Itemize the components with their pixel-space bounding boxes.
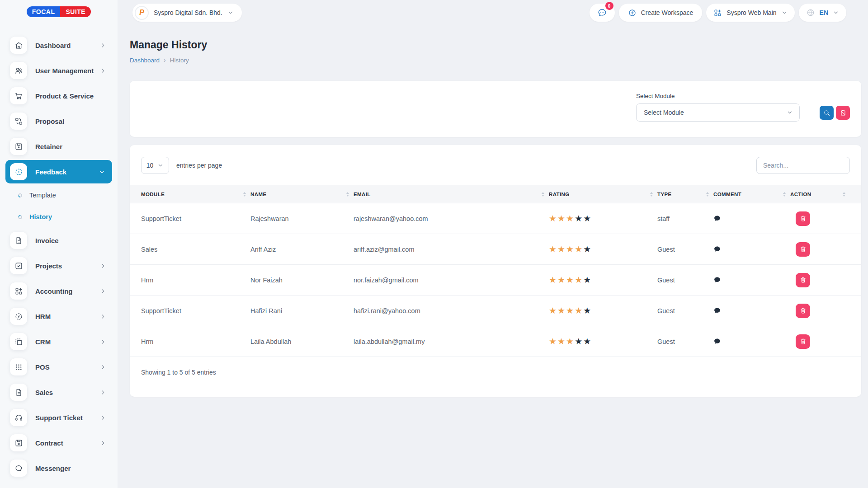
sidebar-item-label: Support Ticket <box>35 414 100 422</box>
search-icon <box>823 109 830 117</box>
breadcrumb-current: History <box>170 57 189 64</box>
column-header-rating[interactable]: Rating <box>549 192 657 197</box>
sidebar-item-support-ticket[interactable]: Support Ticket <box>0 405 118 430</box>
check-square-icon <box>10 257 27 274</box>
sidebar-item-label: Contract <box>35 439 100 447</box>
filter-card: Select Module Select Module <box>130 81 861 137</box>
rating-stars: ★★★★★ <box>549 276 657 284</box>
sidebar-item-pos[interactable]: POS <box>0 354 118 380</box>
breadcrumb-dashboard-link[interactable]: Dashboard <box>130 57 160 64</box>
comment-icon[interactable] <box>713 307 790 314</box>
search-button[interactable] <box>820 106 834 120</box>
sort-icon <box>243 192 246 197</box>
cell-module: Hrm <box>141 277 250 284</box>
messages-button[interactable]: 0 <box>590 4 615 22</box>
sidebar-item-product-service[interactable]: Product & Service <box>0 83 118 108</box>
sidebar-item-label: Feedback <box>35 168 99 176</box>
sidebar-subitem-template[interactable]: Template <box>0 184 118 206</box>
table-row: SupportTicket Rajeshwaran rajeshwaran@ya… <box>130 203 861 234</box>
table-row: Hrm Laila Abdullah laila.abdullah@gmail.… <box>130 326 861 357</box>
language-selector[interactable]: EN <box>799 4 846 22</box>
sidebar-subitem-label: History <box>29 213 52 221</box>
chat-dots-icon <box>597 8 607 18</box>
column-header-type[interactable]: Type <box>657 192 713 197</box>
cell-type: Guest <box>657 246 713 253</box>
chevron-right-icon <box>100 440 106 446</box>
delete-button[interactable] <box>796 304 810 318</box>
sidebar-item-label: Dashboard <box>35 42 100 49</box>
sidebar-item-accounting[interactable]: Accounting <box>0 278 118 304</box>
column-header-email[interactable]: Email <box>354 192 549 197</box>
cell-name: Rajeshwaran <box>250 215 354 222</box>
cell-email: laila.abdullah@gmail.my <box>354 338 549 345</box>
table-controls: 10 entries per page <box>130 145 861 185</box>
cell-module: Sales <box>141 246 250 253</box>
column-header-name[interactable]: Name <box>250 192 354 197</box>
dots-grid-icon <box>10 358 27 375</box>
column-header-action[interactable]: Action <box>790 192 850 197</box>
logo-focal: FOCAL <box>27 6 61 17</box>
breadcrumb: Dashboard › History <box>130 56 861 64</box>
sidebar-subitem-history[interactable]: History <box>0 206 118 228</box>
cell-module: SupportTicket <box>141 307 250 314</box>
create-workspace-button[interactable]: Create Workspace <box>619 4 703 22</box>
table-search-input[interactable] <box>756 157 850 174</box>
sidebar-item-sales[interactable]: Sales <box>0 380 118 405</box>
sidebar-subitem-label: Template <box>29 192 56 199</box>
sidebar-item-label: User Management <box>35 67 100 75</box>
cell-name: Hafizi Rani <box>250 307 354 314</box>
column-header-module[interactable]: Module <box>141 192 250 197</box>
sidebar-item-label: Proposal <box>35 117 106 125</box>
page-size-select[interactable]: 10 <box>141 157 169 174</box>
app-logo[interactable]: FOCAL SUITE <box>0 6 118 17</box>
feedback-icon <box>10 163 27 180</box>
sidebar-item-hrm[interactable]: HRM <box>0 304 118 329</box>
sidebar-item-user-management[interactable]: User Management <box>0 58 118 83</box>
comment-icon[interactable] <box>713 276 790 284</box>
sidebar-item-retainer[interactable]: Retainer <box>0 134 118 159</box>
delete-button[interactable] <box>796 273 810 287</box>
rating-stars: ★★★★★ <box>549 214 657 223</box>
sidebar-nav: Dashboard User Management Product & Serv… <box>0 33 118 481</box>
comment-icon[interactable] <box>713 245 790 253</box>
chat-bubble-icon <box>10 460 27 477</box>
table-footer-status: Showing 1 to 5 of 5 entries <box>130 357 861 376</box>
sidebar-item-contract[interactable]: Contract <box>0 430 118 455</box>
cell-name: Nor Faizah <box>250 277 354 284</box>
comment-icon[interactable] <box>713 338 790 345</box>
comment-icon[interactable] <box>713 215 790 222</box>
workspace-selector[interactable]: P Syspro Digital Sdn. Bhd. <box>132 4 242 22</box>
reset-filter-button[interactable] <box>836 106 850 120</box>
sidebar-item-messenger[interactable]: Messenger <box>0 455 118 481</box>
workflow-icon <box>10 113 27 130</box>
cell-type: staff <box>657 215 713 222</box>
sidebar-item-proposal[interactable]: Proposal <box>0 108 118 134</box>
column-header-comment[interactable]: Comment <box>713 192 790 197</box>
sort-icon <box>706 192 709 197</box>
trash-icon <box>800 277 807 283</box>
page-content: Manage History Dashboard › History Selec… <box>118 25 868 397</box>
module-select[interactable]: Select Module <box>636 103 800 122</box>
delete-button[interactable] <box>796 334 810 349</box>
chevron-down-icon <box>781 9 788 16</box>
sort-icon <box>346 192 349 197</box>
rating-stars: ★★★★★ <box>549 337 657 346</box>
trash-icon <box>800 215 807 222</box>
cell-type: Guest <box>657 277 713 284</box>
chevron-down-icon <box>227 9 234 16</box>
sidebar-item-invoice[interactable]: Invoice <box>0 228 118 253</box>
table-row: Sales Ariff Aziz ariff.aziz@gmail.com ★★… <box>130 234 861 265</box>
cell-name: Ariff Aziz <box>250 246 354 253</box>
sidebar-item-crm[interactable]: CRM <box>0 329 118 354</box>
contract-icon <box>10 434 27 451</box>
sidebar-item-label: Invoice <box>35 237 106 244</box>
delete-button[interactable] <box>796 242 810 257</box>
sidebar-item-feedback[interactable]: Feedback <box>5 160 112 183</box>
chevron-down-icon <box>787 109 793 116</box>
select-module-label: Select Module <box>636 93 800 99</box>
sidebar-item-dashboard[interactable]: Dashboard <box>0 33 118 58</box>
delete-button[interactable] <box>796 211 810 226</box>
workspace-switcher[interactable]: Syspro Web Main <box>706 4 794 22</box>
sidebar-item-label: Product & Service <box>35 92 106 100</box>
sidebar-item-projects[interactable]: Projects <box>0 253 118 278</box>
